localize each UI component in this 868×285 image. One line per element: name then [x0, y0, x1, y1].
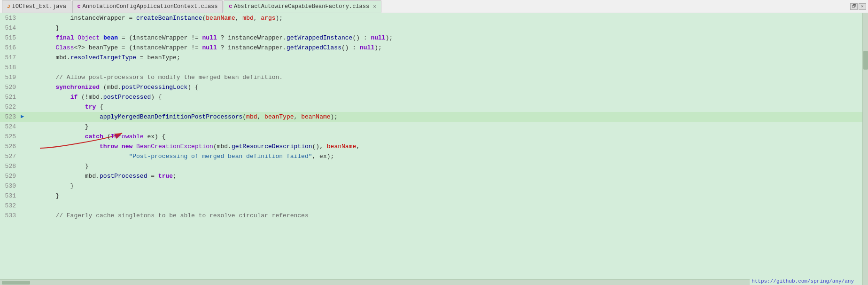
indicator-524 — [21, 122, 26, 132]
tab-label-annotation: AnnotationConfigApplicationContext.class — [82, 3, 217, 10]
linenum-513: 513 — [0, 13, 21, 23]
code-521: if (!mbd.postProcessed) { — [26, 92, 862, 102]
code-513: instanceWrapper = createBeanInstance(bea… — [26, 13, 862, 23]
scrollbar-thumb-h[interactable] — [2, 281, 30, 285]
linenum-524: 524 — [0, 122, 21, 132]
linenum-515: 515 — [0, 33, 21, 43]
indicator-518 — [21, 63, 26, 72]
indicator-521 — [21, 92, 26, 102]
tab-label-abstract: AbstractAutowireCapableBeanFactory.class — [234, 3, 369, 10]
horizontal-scrollbar[interactable] — [0, 279, 856, 285]
linenum-520: 520 — [0, 82, 21, 92]
code-523: applyMergedBeanDefinitionPostProcessors(… — [26, 112, 862, 122]
indicator-520 — [21, 82, 26, 92]
tab-bar: J IOCTest_Ext.java C AnnotationConfigApp… — [0, 0, 868, 13]
tab-close-icon[interactable]: ✕ — [373, 3, 376, 9]
linenum-528: 528 — [0, 161, 21, 171]
line-524: 524 } — [0, 122, 862, 132]
indicator-519 — [21, 72, 26, 82]
line-523: 523 ▶ applyMergedBeanDefinitionPostProce… — [0, 112, 862, 122]
line-517: 517 mbd.resolvedTargetType = beanType; — [0, 53, 862, 63]
linenum-532: 532 — [0, 201, 21, 211]
java-icon: J — [7, 4, 10, 9]
line-530: 530 } — [0, 181, 862, 191]
linenum-531: 531 — [0, 191, 21, 201]
code-516: Class<?> beanType = (instanceWrapper != … — [26, 43, 862, 53]
code-532 — [26, 201, 862, 211]
linenum-523: 523 — [0, 112, 21, 122]
code-518 — [26, 63, 862, 72]
vertical-scrollbar[interactable] — [862, 13, 868, 285]
code-525: catch (Throwable ex) { — [26, 132, 862, 142]
indicator-530 — [21, 181, 26, 191]
restore-button[interactable]: 🗗 — [850, 3, 858, 10]
code-520: synchronized (mbd.postProcessingLock) { — [26, 82, 862, 92]
line-526: 526 throw new BeanCreationException(mbd.… — [0, 142, 862, 151]
class-icon-1: C — [78, 4, 81, 9]
line-525: 525 catch (Throwable ex) { — [0, 132, 862, 142]
linenum-529: 529 — [0, 171, 21, 181]
indicator-525 — [21, 132, 26, 142]
code-526: throw new BeanCreationException(mbd.getR… — [26, 142, 862, 151]
line-518: 518 — [0, 63, 862, 72]
indicator-515 — [21, 33, 26, 43]
indicator-531 — [21, 191, 26, 201]
line-531: 531 } — [0, 191, 862, 201]
linenum-516: 516 — [0, 43, 21, 53]
code-container: 513 instanceWrapper = createBeanInstance… — [0, 13, 862, 285]
close-button[interactable]: ✕ — [859, 3, 866, 10]
code-514: } — [26, 23, 862, 33]
line-527: 527 "Post-processing of merged bean defi… — [0, 151, 862, 161]
line-520: 520 synchronized (mbd.postProcessingLock… — [0, 82, 862, 92]
code-519: // Allow post-processors to modify the m… — [26, 72, 862, 82]
linenum-514: 514 — [0, 23, 21, 33]
code-527: "Post-processing of merged bean definiti… — [26, 151, 862, 161]
indicator-523: ▶ — [21, 112, 26, 122]
linenum-517: 517 — [0, 53, 21, 63]
indicator-516 — [21, 43, 26, 53]
linenum-518: 518 — [0, 63, 21, 72]
tab-label-ioctest: IOCTest_Ext.java — [12, 3, 66, 10]
line-514: 514 } — [0, 23, 862, 33]
line-513: 513 instanceWrapper = createBeanInstance… — [0, 13, 862, 23]
indicator-527 — [21, 151, 26, 161]
line-519: 519 // Allow post-processors to modify t… — [0, 72, 862, 82]
code-lines: 513 instanceWrapper = createBeanInstance… — [0, 13, 862, 285]
code-515: final Object bean = (instanceWrapper != … — [26, 33, 862, 43]
linenum-522: 522 — [0, 102, 21, 112]
indicator-533 — [21, 211, 26, 221]
line-515: 515 final Object bean = (instanceWrapper… — [0, 33, 862, 43]
code-522: try { — [26, 102, 862, 112]
tab-ioctest[interactable]: J IOCTest_Ext.java — [2, 0, 71, 13]
status-url: https://github.com/spring/any/any — [752, 278, 854, 284]
indicator-513 — [21, 13, 26, 23]
indicator-522 — [21, 102, 26, 112]
line-516: 516 Class<?> beanType = (instanceWrapper… — [0, 43, 862, 53]
editor-area: 513 instanceWrapper = createBeanInstance… — [0, 13, 868, 285]
linenum-521: 521 — [0, 92, 21, 102]
code-533: // Eagerly cache singletons to be able t… — [26, 211, 862, 221]
line-522: 522 try { — [0, 102, 862, 112]
indicator-528 — [21, 161, 26, 171]
code-517: mbd.resolvedTargetType = beanType; — [26, 53, 862, 63]
scrollbar-thumb-v[interactable] — [863, 51, 868, 70]
tab-annotation[interactable]: C AnnotationConfigApplicationContext.cla… — [72, 0, 223, 13]
line-529: 529 mbd.postProcessed = true; — [0, 171, 862, 181]
line-533: 533 // Eagerly cache singletons to be ab… — [0, 211, 862, 221]
tab-abstract[interactable]: C AbstractAutowireCapableBeanFactory.cla… — [224, 0, 381, 13]
indicator-529 — [21, 171, 26, 181]
indicator-517 — [21, 53, 26, 63]
code-530: } — [26, 181, 862, 191]
code-524: } — [26, 122, 862, 132]
line-528: 528 } — [0, 161, 862, 171]
indicator-532 — [21, 201, 26, 211]
code-531: } — [26, 191, 862, 201]
linenum-525: 525 — [0, 132, 21, 142]
line-521: 521 if (!mbd.postProcessed) { — [0, 92, 862, 102]
status-bar: https://github.com/spring/any/any — [750, 277, 856, 285]
code-529: mbd.postProcessed = true; — [26, 171, 862, 181]
code-528: } — [26, 161, 862, 171]
linenum-530: 530 — [0, 181, 21, 191]
linenum-519: 519 — [0, 72, 21, 82]
editor-window: J IOCTest_Ext.java C AnnotationConfigApp… — [0, 0, 868, 285]
